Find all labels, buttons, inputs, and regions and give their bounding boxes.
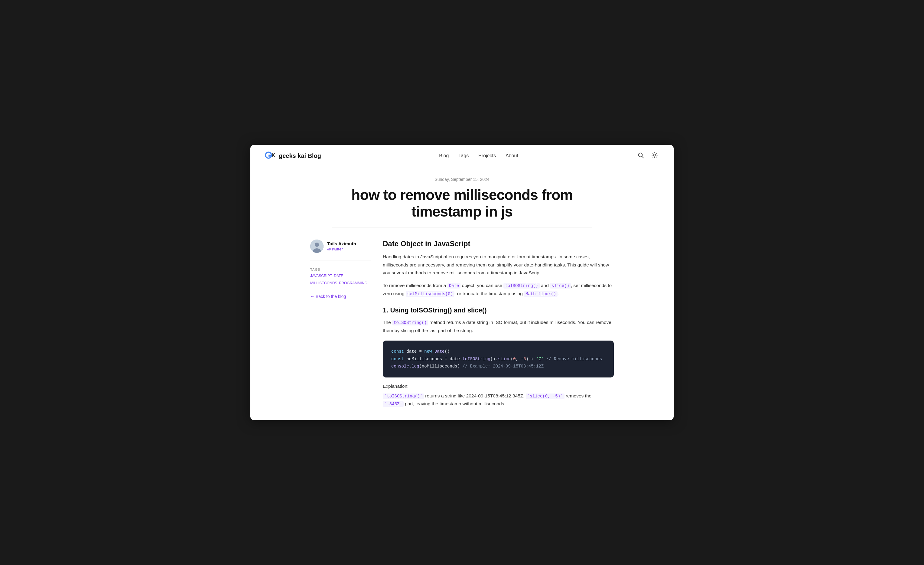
author-info: Tails Azimuth @Twitter [327, 241, 356, 252]
site-nav: Blog Tags Projects About [439, 153, 518, 158]
sidebar: Tails Azimuth @Twitter TAGS JAVASCRIPT D… [310, 240, 371, 408]
code-block: const date = new Date() const noMillisec… [383, 341, 614, 377]
tag-date[interactable]: DATE [334, 274, 343, 279]
author-twitter-link[interactable]: @Twitter [327, 247, 343, 251]
tag-javascript[interactable]: JAVASCRIPT [310, 274, 332, 279]
para2-code4: setMilliseconds(0) [406, 291, 454, 297]
section1-para2: To remove milliseconds from a Date objec… [383, 282, 614, 298]
para2-suffix: . [558, 291, 559, 296]
explanation-label: Explanation: [383, 383, 614, 389]
tag-milliseconds[interactable]: MILLISECONDS [310, 281, 337, 285]
article-content: Date Object in JavaScript Handling dates… [383, 240, 614, 408]
site-logo: K geeks kai Blog [265, 150, 321, 162]
author-avatar [310, 240, 324, 253]
site-header: K geeks kai Blog Blog Tags Projects Abou… [250, 145, 674, 167]
svg-point-4 [653, 154, 656, 156]
para2-prefix: To remove milliseconds from a [383, 283, 447, 288]
nav-projects[interactable]: Projects [478, 153, 496, 158]
nav-tags[interactable]: Tags [458, 153, 469, 158]
svg-text:K: K [272, 152, 276, 158]
para2-mid1: object, you can use [460, 283, 503, 288]
theme-toggle-button[interactable] [650, 150, 659, 161]
main-layout: Tails Azimuth @Twitter TAGS JAVASCRIPT D… [296, 227, 628, 420]
section2-para1: The toISOString() method returns a date … [383, 319, 614, 335]
para2-mid2: and [540, 283, 550, 288]
article-date: Sunday, September 15, 2024 [346, 177, 578, 182]
tags-section: TAGS JAVASCRIPT DATE MILLISECONDS PROGRA… [310, 267, 371, 285]
code-pre: const date = new Date() const noMillisec… [391, 348, 605, 370]
article-title: how to remove milliseconds from timestam… [346, 186, 578, 220]
para2-code5: Math.floor() [524, 291, 558, 297]
search-button[interactable] [636, 150, 645, 161]
tags-list: JAVASCRIPT DATE MILLISECONDS PROGRAMMING [310, 274, 371, 285]
section1-para1: Handling dates in JavaScript often requi… [383, 253, 614, 277]
nav-about[interactable]: About [506, 153, 518, 158]
author-name: Tails Azimuth [327, 241, 356, 246]
nav-blog[interactable]: Blog [439, 153, 449, 158]
site-title: geeks kai Blog [279, 152, 321, 159]
author-section: Tails Azimuth @Twitter [310, 240, 371, 260]
logo-icon: K [265, 150, 276, 162]
section2-title: 1. Using toISOString() and slice() [383, 307, 614, 314]
para2-code3: slice() [550, 283, 571, 289]
article-header: Sunday, September 15, 2024 how to remove… [332, 167, 592, 227]
para2-code1: Date [447, 283, 461, 289]
back-to-blog-link[interactable]: ← Back to the blog [310, 294, 346, 299]
para2-code2: toISOString() [503, 283, 539, 289]
tag-programming[interactable]: PROGRAMMING [339, 281, 367, 285]
section1-title: Date Object in JavaScript [383, 240, 614, 248]
explanation-text: `toISOString()` returns a string like 20… [383, 392, 614, 408]
s2p1-code: toISOString() [392, 320, 428, 325]
nav-icons [636, 150, 659, 161]
s2p1-prefix: The [383, 320, 392, 325]
exp-code1: `toISOString()` [383, 394, 424, 399]
exp-code2: `slice(0, -5)` [526, 394, 564, 399]
svg-point-14 [315, 243, 319, 247]
tags-label: TAGS [310, 267, 371, 271]
exp-code3: `.345Z` [383, 401, 404, 407]
svg-line-9 [653, 153, 653, 153]
svg-line-3 [642, 156, 644, 158]
para2-mid4: , or truncate the timestamp using [454, 291, 524, 296]
